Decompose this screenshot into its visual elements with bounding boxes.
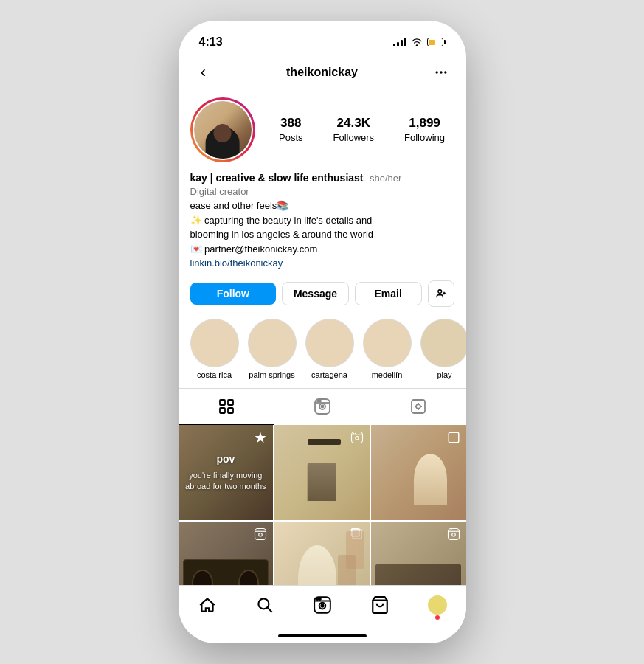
svg-point-15 <box>319 401 321 402</box>
svg-point-42 <box>319 598 320 600</box>
post-item[interactable]: pov you're finally moving abroad for two… <box>179 425 274 520</box>
svg-rect-22 <box>449 432 459 443</box>
following-count: 1,899 <box>404 116 445 131</box>
avatar-inner <box>193 100 253 160</box>
post-item[interactable] <box>179 522 274 585</box>
svg-point-24 <box>259 533 263 536</box>
nav-profile[interactable] <box>420 593 455 617</box>
battery-icon <box>427 38 446 46</box>
svg-rect-8 <box>220 408 225 413</box>
followers-stat[interactable]: 24.3K Followers <box>333 116 374 144</box>
nav-home[interactable] <box>190 593 225 617</box>
pin-icon <box>254 431 267 447</box>
tagged-tab-icon <box>409 398 427 415</box>
more-icon <box>434 65 449 80</box>
add-friend-icon <box>436 288 446 300</box>
post-item[interactable] <box>274 522 370 585</box>
following-label: Following <box>404 132 445 143</box>
svg-point-26 <box>257 529 258 530</box>
phone-frame: 4:13 ‹ theikonickay <box>179 21 466 643</box>
home-icon <box>198 595 217 615</box>
story-circle-3 <box>305 319 354 367</box>
shop-icon <box>370 595 389 615</box>
more-options-button[interactable] <box>428 59 454 86</box>
message-button[interactable]: Message <box>282 282 349 305</box>
posts-grid: pov you're finally moving abroad for two… <box>179 425 466 585</box>
story-item[interactable]: medellín <box>363 319 412 379</box>
home-indicator <box>278 634 367 637</box>
nav-search[interactable] <box>247 593 283 617</box>
profile-content[interactable]: 388 Posts 24.3K Followers 1,899 Followin… <box>179 91 466 585</box>
svg-rect-23 <box>255 528 266 539</box>
post-text-overlay: pov you're finally moving abroad for two… <box>183 452 269 492</box>
svg-point-1 <box>440 71 442 73</box>
story-label-2: palm springs <box>249 370 294 379</box>
reel-badge-2 <box>254 528 267 544</box>
post-item[interactable] <box>371 425 466 520</box>
story-circle-1 <box>190 319 239 367</box>
svg-rect-17 <box>351 432 362 443</box>
svg-point-35 <box>258 598 269 609</box>
svg-point-14 <box>317 401 319 402</box>
stories-row: costa rica palm springs cartagena medell… <box>179 316 466 388</box>
bio-link[interactable]: linkin.bio/theikonickay <box>190 257 454 269</box>
story-item[interactable]: costa rica <box>190 319 239 379</box>
nav-shop[interactable] <box>362 593 398 617</box>
tabs-row <box>179 388 466 425</box>
svg-rect-9 <box>228 408 233 413</box>
story-item[interactable]: play <box>420 319 466 379</box>
reel-badge <box>350 431 364 447</box>
search-icon <box>255 595 274 615</box>
add-friend-button[interactable] <box>428 280 454 307</box>
avatar-wrapper <box>190 97 255 162</box>
avatar <box>194 101 252 159</box>
signal-icon <box>393 38 406 46</box>
posts-stat[interactable]: 388 Posts <box>279 116 303 144</box>
reels-nav-icon <box>313 595 332 615</box>
story-circle-2 <box>248 319 297 367</box>
bio-section: kay | creative & slow life enthusiast sh… <box>179 171 466 277</box>
svg-point-21 <box>355 433 356 435</box>
svg-point-3 <box>437 290 441 294</box>
story-item[interactable]: palm springs <box>248 319 297 379</box>
following-stat[interactable]: 1,899 Following <box>404 116 445 144</box>
grid-icon <box>218 398 235 415</box>
reel-badge-3 <box>447 528 460 544</box>
status-icons <box>393 38 446 46</box>
email-button[interactable]: Email <box>355 282 422 305</box>
posts-count: 388 <box>279 116 303 131</box>
follow-button[interactable]: Follow <box>190 283 277 305</box>
svg-point-2 <box>444 71 446 73</box>
post-item[interactable] <box>274 425 370 520</box>
svg-rect-16 <box>412 400 425 413</box>
tab-reels[interactable] <box>274 389 370 425</box>
story-label-1: costa rica <box>197 370 232 379</box>
post-type-badge <box>447 431 460 447</box>
svg-point-12 <box>321 406 323 408</box>
bio-display-name: kay | creative & slow life enthusiast <box>190 172 364 184</box>
post-item[interactable] <box>371 522 466 585</box>
app-header: ‹ theikonickay <box>179 53 466 91</box>
wifi-icon <box>411 38 423 46</box>
svg-line-36 <box>267 608 271 612</box>
story-item[interactable]: cartagena <box>305 319 354 379</box>
bio-category: Digital creator <box>190 186 454 197</box>
svg-rect-7 <box>228 400 233 405</box>
svg-point-31 <box>451 533 455 536</box>
reels-tab-icon <box>314 398 331 415</box>
stats-row: 388 Posts 24.3K Followers 1,899 Followin… <box>270 116 454 144</box>
profile-top: 388 Posts 24.3K Followers 1,899 Followin… <box>190 97 454 162</box>
tab-tagged[interactable] <box>370 389 466 425</box>
nav-profile-avatar <box>428 595 447 615</box>
profile-username-header: theikonickay <box>286 66 358 79</box>
bio-pronouns: she/her <box>370 173 401 184</box>
action-buttons: Follow Message Email <box>179 277 466 316</box>
back-button[interactable]: ‹ <box>190 59 217 86</box>
tab-grid[interactable] <box>179 389 274 425</box>
svg-point-20 <box>353 433 355 435</box>
nav-notification-dot <box>435 615 440 620</box>
posts-label: Posts <box>279 132 303 143</box>
svg-point-18 <box>356 437 359 440</box>
nav-reels[interactable] <box>305 593 340 617</box>
svg-point-34 <box>451 529 453 530</box>
